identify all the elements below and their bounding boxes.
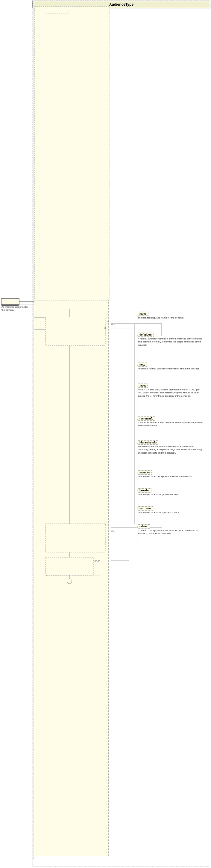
- attr-typeuri-desc: The type of the concept assigned as cont…: [64, 203, 106, 213]
- attr-custom-name: custom: [37, 86, 64, 108]
- right-narrower-desc: An identifier of a more specific concept…: [138, 511, 204, 514]
- attr-pubconstrainturi-name: pubconstrainturi: [37, 161, 64, 175]
- attr-relevance-row: relevance The relevance of the metadata …: [37, 253, 106, 263]
- right-remoteinfo-item: remoteInfo A link to an item in a web re…: [138, 416, 204, 428]
- right-sameas-desc: An identifier of a concept with equivale…: [138, 475, 204, 478]
- concept-definition-group-desc: A group of properties required to define…: [47, 324, 105, 329]
- right-narrower-label: narrower: [138, 506, 153, 510]
- attr-xmllang-name: xmllang: [37, 213, 64, 232]
- attr-pubconstraint-desc: One or many constraints that apply to pu…: [64, 145, 106, 161]
- attr-creator-desc: If the attribute value is not defined, s…: [64, 20, 106, 45]
- attr-literal-name: literal: [37, 185, 64, 192]
- right-broader-item: broader An identifier of a more generic …: [138, 488, 204, 496]
- right-hierarchyinfo-desc: Represents the position of a concept in …: [138, 445, 204, 455]
- attr-xmllang-row: xmllang Specifies the language of this e…: [37, 213, 106, 232]
- attr-significance-row: significance A qualifier which indicates…: [37, 280, 106, 290]
- right-facet-item: facet In NAR 0.8 and later, facet is dep…: [138, 383, 204, 398]
- audience-desc: An intended audience for the content.: [1, 306, 31, 312]
- attr-type-row: type The type of the concept assigned as…: [37, 192, 106, 202]
- attr-uri-name: uri: [37, 180, 64, 184]
- attributes-container: attributes id The local identifier of th…: [34, 7, 109, 856]
- other-element-name: #other: [47, 561, 99, 566]
- attr-literal-row: literal A freetext value assigned as pro…: [37, 185, 106, 192]
- attr-modified-name: modified: [37, 69, 64, 85]
- right-broader-label: broader: [138, 488, 151, 493]
- attr-why-row: why Why the metadata has been included -…: [37, 130, 106, 137]
- attr-modified-row: modified The date (and, optionally, the …: [37, 69, 106, 85]
- attr-other-name: #other: [37, 241, 64, 245]
- concept-relationships-group-multiplicity: 0..n: [47, 539, 105, 542]
- other-element-box: #other Extension point for user-defined …: [46, 560, 100, 576]
- attr-how-row: how Indicates how which means the value …: [37, 109, 106, 119]
- attr-creator-row: creator If the attribute value is not de…: [37, 20, 106, 45]
- right-note-desc: Additional natural language information …: [138, 367, 204, 370]
- attributes-header: attributes: [37, 9, 106, 14]
- concept-relationships-group-name: ConceptRelationshipsGroup: [47, 526, 105, 530]
- right-related-desc: A related concept, where the relationshi…: [138, 529, 204, 535]
- attr-typeuri-name: typeuri: [37, 203, 64, 213]
- right-sameas-item: sameAs An identifier of a concept with e…: [138, 470, 204, 478]
- attr-whyuri-desc: Why the metadata has been included - exp…: [64, 137, 106, 145]
- right-note-item: note Additional natural language informa…: [138, 363, 204, 370]
- right-name-desc: The natural language name for the concep…: [138, 316, 204, 319]
- concept-definition-group-multiplicity: 0..n: [47, 329, 105, 333]
- audience-element: audience: [1, 300, 19, 306]
- attr-custom-desc: Indicates that the corresponding propert…: [64, 86, 106, 108]
- right-related-label: related: [138, 524, 150, 529]
- right-note-label: note: [138, 363, 147, 367]
- attr-confidence-name: confidence: [37, 245, 64, 252]
- attr-significance-desc: A qualifier which indicates the expected…: [64, 280, 106, 290]
- right-definition-desc: A natural language definition of the sem…: [138, 337, 204, 347]
- attr-pubconstraint-name: pubconstraint: [37, 145, 64, 161]
- right-name-item: name The natural language name for the c…: [138, 312, 204, 319]
- attr-creatoruri-name: creatoruri: [37, 46, 64, 69]
- other-element-desc: Extension point for user-defined propert…: [47, 567, 99, 575]
- attr-howuri-name: howuri: [37, 120, 64, 129]
- attr-how-desc: Indicates how which means the value was …: [64, 109, 106, 119]
- right-related-item: related A related concept, where the rel…: [138, 524, 204, 535]
- attr-qcode-name: qcode: [37, 175, 64, 180]
- right-facet-desc: In NAR 0.8 and later, facet is deprecate…: [138, 388, 204, 398]
- attr-confidence-desc: The confidence with which the audience h…: [64, 245, 106, 252]
- attr-confidence-row: confidence The confidence with which the…: [37, 245, 106, 252]
- attr-type-desc: The type of the concept assigned as cont…: [64, 192, 106, 202]
- right-hierarchyinfo-label: hierarchyInfo: [138, 440, 158, 445]
- attr-howuri-desc: Indicates by which means the value was e…: [64, 120, 106, 129]
- right-remoteinfo-label: remoteInfo: [138, 416, 155, 421]
- attr-pubconstrainturi-desc: One or many constraints that apply to pu…: [64, 161, 106, 175]
- attr-derivedfrom-desc: A reference to the concept from which th…: [64, 264, 106, 280]
- concept-definition-group-box: ConceptDefinitionGroup A group of proper…: [46, 318, 106, 334]
- attr-id-name: id: [37, 15, 64, 20]
- attr-creatoruri-desc: If the attribute is empty, specifies whi…: [64, 46, 106, 69]
- attr-derivedfrom-name: derivedFrom: [37, 264, 64, 280]
- concept-definition-group-name: ConceptDefinitionGroup: [47, 319, 105, 323]
- right-hierarchyinfo-item: hierarchyInfo Represents the position of…: [138, 440, 204, 455]
- attr-relevance-name: relevance: [37, 253, 64, 263]
- attr-uri-row: uri A URI which identifies a concept.: [37, 180, 106, 184]
- svg-text:0..n: 0..n: [111, 323, 115, 326]
- attr-uri-desc: A URI which identifies a concept.: [64, 180, 101, 184]
- attr-creatoruri-row: creatoruri If the attribute is empty, sp…: [37, 46, 106, 69]
- right-facet-label: facet: [138, 383, 147, 388]
- attr-creator-name: creator: [37, 20, 64, 45]
- attr-whyuri-row: whyuri Why the metadata has been include…: [37, 137, 106, 145]
- right-name-label: name: [138, 312, 148, 316]
- diagram-container: AudienceType attributes id The local ide…: [0, 0, 211, 868]
- attr-how-name: how: [37, 109, 64, 119]
- concept-relationships-group-desc: A group of properties that indicate rela…: [47, 531, 105, 539]
- attr-typeuri-row: typeuri The type of the concept assigned…: [37, 203, 106, 213]
- attr-derivedfrom-row: derivedFrom A reference to the concept f…: [37, 264, 106, 280]
- concept-relationships-group-box: ConceptRelationshipsGroup A group of pro…: [46, 524, 106, 544]
- attr-custom-row: custom Indicates that the corresponding …: [37, 86, 106, 108]
- attr-id-desc: The local identifier of the property.: [64, 15, 102, 20]
- attr-literal-desc: A freetext value assigned as property va…: [64, 185, 106, 192]
- attr-dir-desc: The directionality of textual content (e…: [64, 233, 106, 240]
- attr-pubconstrainturi-row: pubconstrainturi One or many constraints…: [37, 161, 106, 175]
- right-remoteinfo-desc: A link to an item in a web resource whic…: [138, 421, 204, 428]
- attr-other-row: #other: [37, 241, 106, 245]
- right-sameas-label: sameAs: [138, 470, 152, 474]
- attr-type-name: type: [37, 192, 64, 202]
- right-broader-desc: An identifier of a more generic concept.: [138, 493, 204, 496]
- svg-text:0..n: 0..n: [111, 530, 115, 532]
- attr-id-row: id The local identifier of the property.: [37, 15, 106, 20]
